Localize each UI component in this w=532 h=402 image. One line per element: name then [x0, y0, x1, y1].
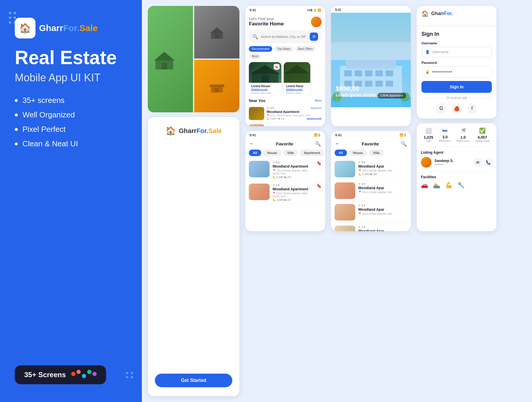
divider	[421, 147, 492, 147]
fav-time: 9:41	[249, 133, 256, 137]
tab-most[interactable]: Most	[249, 54, 261, 59]
fav-item-1[interactable]: ★ 4.9 Woodland Apartment 📍 1012 Ocean av…	[249, 158, 322, 181]
fav-item-2[interactable]: ★ 4.9 Woodland Apartment 📍 1012 Ocean av…	[249, 181, 322, 204]
stat-safety: ✅ 4,457 Safety Rank	[475, 127, 489, 142]
password-label: Password	[421, 61, 492, 64]
lock-icon: 🔒	[425, 70, 430, 74]
search-input[interactable]	[261, 35, 307, 38]
fav2-item-4[interactable]: ★4.9 Woodland Apar 📍 1012 Ocean avanue, …	[335, 223, 407, 231]
password-dots: ••••••••••	[432, 69, 452, 74]
svg-rect-19	[375, 70, 383, 76]
tab-top-rates[interactable]: Top Rates	[274, 46, 293, 52]
social-buttons: G 🍎 f	[421, 103, 492, 114]
favorite-screen-col2: 9:41 📶🔋 ← Favorite 🔍 All House Villa Apa…	[245, 131, 325, 231]
svg-rect-2	[161, 63, 167, 69]
fav-star-1: ★	[273, 161, 275, 164]
bathroom-icon: 🚿	[457, 127, 470, 134]
agent-avatar	[421, 157, 432, 168]
search-icon: 🔍	[252, 34, 258, 40]
facebook-button[interactable]: f	[467, 103, 477, 114]
call-button[interactable]: 📞	[484, 158, 492, 166]
fav2-info-2: ★4.9 Woodland Apar 📍 1012 Ocean avanue, …	[358, 182, 407, 194]
apple-button[interactable]: 🍎	[451, 103, 462, 114]
fav2-item-2[interactable]: ★4.9 Woodland Apar 📍 1012 Ocean avanue, …	[335, 180, 407, 202]
agent-row: Sandeep S. Partner ✉ 📞	[421, 157, 492, 168]
fav-rating-1: ★ 4.9	[273, 161, 314, 164]
prop-name-1: Lorem House	[251, 85, 279, 88]
tab-recommended[interactable]: Recomended	[249, 46, 272, 52]
or-line-right	[470, 98, 492, 98]
signin-screen: Sign In Username 👤 Username Password 🔒 •…	[417, 26, 497, 119]
fav2-item-1[interactable]: ★4.9 Woodland Apar 📍 1012 Ocean avanue, …	[335, 158, 407, 180]
brand-logo-text: GharrFor.	[431, 11, 453, 16]
fav2-title: Favorite	[362, 141, 379, 146]
column-1: 🏠 GharrFor.Sale Get Started	[148, 6, 239, 396]
apartment-screen: 9:41	[331, 6, 411, 126]
password-field[interactable]: 🔒 ••••••••••	[421, 66, 492, 77]
fav-tab-house[interactable]: House	[263, 150, 281, 156]
back-icon[interactable]: ←	[249, 141, 254, 146]
figma-icon	[71, 372, 97, 378]
fav2-search-icon[interactable]: 🔍	[401, 141, 407, 147]
near-item-2[interactable]: ★ 4.9 Apartment Woodland Apartment	[249, 122, 322, 126]
home-greeting: Let's Find your Favorite Home	[249, 17, 284, 27]
filter-button[interactable]: ⚙	[310, 33, 318, 41]
fav-name-2: Woodland Apartment	[273, 187, 314, 191]
username-field[interactable]: 👤 Username	[421, 47, 492, 57]
username-placeholder: Username	[432, 50, 448, 54]
or-text: Or continue with	[446, 96, 467, 100]
fav2-img-1	[335, 161, 355, 177]
rating-number: 4.9	[270, 106, 274, 109]
agent-info: Sandeep S. Partner	[434, 159, 454, 166]
google-button[interactable]: G	[436, 103, 447, 114]
more-link[interactable]: More	[315, 99, 322, 102]
property-card-img-2	[284, 62, 310, 83]
property-card-1[interactable]: 🔖 Lorem House $340/month Avenue, West Si…	[249, 62, 281, 96]
feature-item: 35+ screens	[15, 96, 127, 105]
near-you-title: Near You	[249, 98, 265, 103]
signin-button[interactable]: Sign In	[421, 81, 492, 93]
prop-price-2: $340/month	[286, 88, 308, 92]
fav-tab-villa[interactable]: Villa	[283, 150, 298, 156]
message-button[interactable]: ✉	[473, 158, 482, 166]
sqft-value: 1,225	[424, 135, 433, 140]
svg-rect-18	[365, 70, 372, 76]
fav2-tab-villa[interactable]: Villa	[369, 150, 384, 156]
get-started-button[interactable]: Get Started	[155, 374, 232, 387]
fav-title: Favorite	[276, 141, 293, 146]
right-panel: 🏠 GharrFor.Sale Get Started 9:41 🔋 📶	[142, 0, 532, 402]
collage-img-main	[148, 6, 193, 112]
bedrooms-value: 3.0	[439, 135, 451, 139]
fav-tab-all[interactable]: All	[249, 150, 261, 156]
tab-best-offers[interactable]: Best Offers	[295, 46, 316, 52]
fav2-tab-house[interactable]: House	[349, 150, 367, 156]
property-card-2[interactable]: Lorem Hous $340/month Avenue, West	[284, 62, 310, 96]
fav-bookmark-1[interactable]: 🔖	[317, 161, 322, 166]
fav2-header: ← Favorite 🔍	[331, 138, 411, 150]
fav2-tab-all[interactable]: All	[335, 150, 347, 156]
apt-price-overlay: $850,00 Lorem ipsum simply ★ 4.9	[336, 85, 376, 101]
bookmark-icon[interactable]: 🔖	[274, 64, 280, 70]
sqft-icon: ⬜	[424, 127, 433, 134]
feature-item: Well Organized	[15, 110, 127, 119]
prop-name-2: Lorem Hous	[286, 85, 308, 88]
user-avatar	[311, 17, 322, 27]
search-icon-fav[interactable]: 🔍	[315, 141, 321, 147]
fav-bookmark-2[interactable]: 🔖	[317, 184, 322, 188]
column-2: 9:41 🔋 📶 Let's Find your Favorite Home	[245, 6, 325, 231]
sqft-label: sqft	[424, 140, 433, 142]
near-item-1[interactable]: ★ 4.9 Apartment Woodland Apartment 📍 101…	[249, 105, 322, 122]
fav-address-2: 📍 1012 Ocean avanue, New yourk, USA	[273, 192, 314, 198]
fav-tab-apartment[interactable]: Apartment	[300, 150, 324, 156]
signin-title: Sign In	[421, 31, 492, 37]
fav2-back-icon[interactable]: ←	[335, 141, 340, 146]
pool-icon: 🏊	[433, 181, 440, 189]
or-divider: Or continue with	[421, 96, 492, 100]
fav2-info-3: ★4.9 Woodland Apar 📍 1012 Ocean avanue, …	[358, 204, 407, 216]
fav2-item-3[interactable]: ★4.9 Woodland Apar 📍 1012 Ocean avanue, …	[335, 202, 407, 223]
bathrooms-value: 1.0	[457, 135, 470, 140]
search-bar[interactable]: 🔍 ⚙	[249, 30, 322, 43]
gym-icon: 💪	[445, 181, 452, 189]
greeting-fav: Favorite Home	[249, 21, 284, 27]
fav-status-bar: 9:41 📶🔋	[245, 131, 325, 138]
